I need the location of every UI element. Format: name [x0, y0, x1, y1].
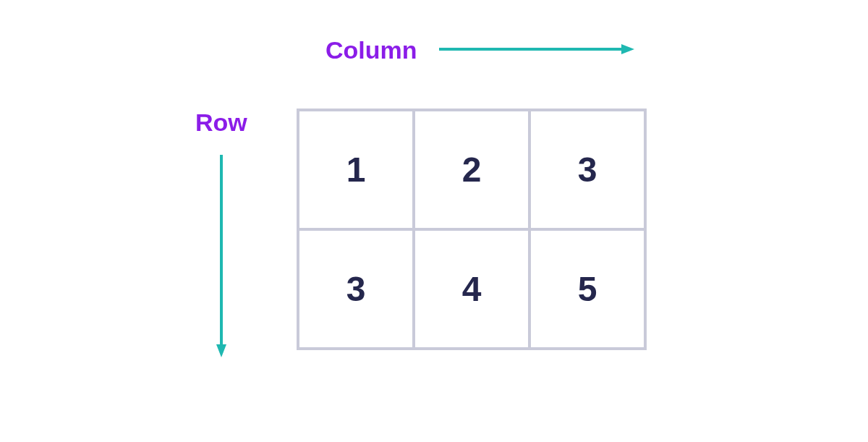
cell: 5: [529, 229, 645, 349]
cell: 1: [298, 110, 414, 229]
cell: 4: [414, 229, 529, 349]
arrow-right-icon: [439, 43, 634, 58]
arrow-down-icon: [216, 155, 227, 360]
row-label: Row: [195, 109, 247, 137]
table-row: 3 4 5: [298, 229, 645, 349]
svg-marker-3: [216, 344, 226, 357]
cell: 2: [414, 110, 529, 229]
cell: 3: [529, 110, 645, 229]
column-header-group: Column: [326, 36, 634, 64]
table-row: 1 2 3: [298, 110, 645, 229]
matrix-table: 1 2 3 3 4 5: [297, 109, 647, 350]
row-header-group: Row: [195, 109, 247, 360]
column-label: Column: [326, 36, 417, 64]
cell: 3: [298, 229, 414, 349]
svg-marker-1: [621, 44, 634, 54]
